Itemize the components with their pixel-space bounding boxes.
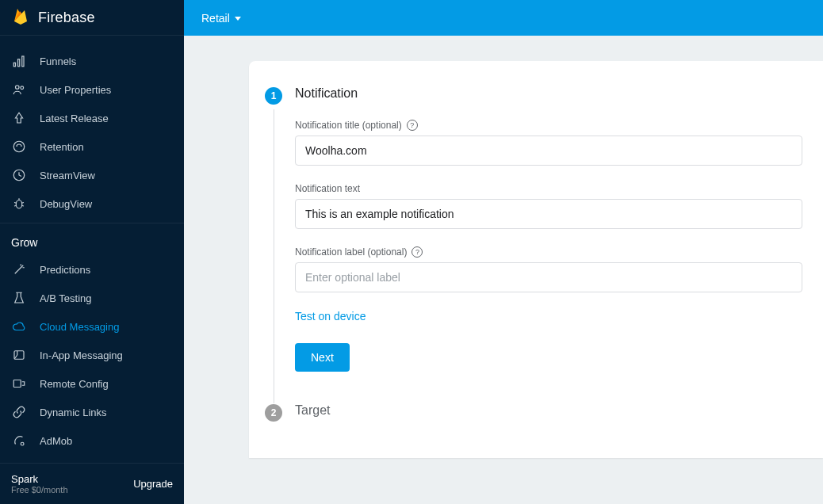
bug-icon [11,196,27,212]
sidebar: Firebase Funnels User Properties Latest … [0,0,184,504]
project-selector[interactable]: Retail [201,12,230,25]
svg-rect-2 [22,56,24,67]
nav-item-cloud-messaging[interactable]: Cloud Messaging [0,312,184,341]
main: Retail 1 Notification [184,0,823,504]
inapp-icon [11,347,27,363]
nav-item-user-properties[interactable]: User Properties [0,75,184,104]
help-icon[interactable]: ? [412,246,423,258]
step-target[interactable]: 2 Target [265,403,823,426]
step-number-1: 1 [265,87,282,105]
input-notification-title[interactable] [295,136,802,166]
upgrade-link[interactable]: Upgrade [133,478,173,490]
svg-point-3 [16,86,20,90]
svg-point-5 [13,141,25,152]
field-title: Notification title (optional) ? [295,120,823,166]
nav-item-retention[interactable]: Retention [0,132,184,161]
test-on-device-link[interactable]: Test on device [295,310,823,323]
nav-item-ab-testing[interactable]: A/B Testing [0,284,184,312]
input-notification-label[interactable] [295,262,802,292]
step-title-target: Target [295,403,823,418]
label-notification-text: Notification text [295,183,360,194]
nav-item-funnels[interactable]: Funnels [0,47,184,75]
step-notification: 1 Notification Notification title (optio… [265,86,823,403]
retention-icon [11,139,27,155]
label-notification-title: Notification title (optional) [295,120,402,131]
label-notification-label: Notification label (optional) [295,246,407,258]
section-title-grow: Grow [0,236,184,255]
field-label: Notification label (optional) ? [295,246,823,292]
link-icon [11,404,27,420]
nav-item-latest-release[interactable]: Latest Release [0,104,184,132]
nav-item-predictions[interactable]: Predictions [0,255,184,284]
brand-name: Firebase [38,10,95,26]
nav-item-dynamic-links[interactable]: Dynamic Links [0,398,184,426]
svg-rect-9 [13,380,21,388]
admob-icon [11,433,27,449]
svg-point-7 [16,200,22,209]
plan-bar: Spark Free $0/month Upgrade [0,463,184,504]
help-icon[interactable]: ? [407,120,418,131]
next-button[interactable]: Next [295,343,350,372]
nav-item-streamview[interactable]: StreamView [0,161,184,189]
section-grow: Grow Predictions A/B Testing Cloud Messa… [0,223,184,458]
step-title-notification: Notification [295,86,823,101]
cloud-icon [11,319,27,334]
release-icon [11,110,27,126]
step-number-2: 2 [265,404,282,422]
svg-rect-1 [18,59,20,67]
funnel-icon [11,53,27,69]
nav-item-remote-config[interactable]: Remote Config [0,369,184,398]
wand-icon [11,262,27,277]
clock-icon [11,167,27,183]
topbar: Retail [184,0,823,36]
firebase-logo-icon [11,6,30,29]
flask-icon [11,290,27,306]
content: 1 Notification Notification title (optio… [184,36,823,504]
brand[interactable]: Firebase [0,0,184,36]
plan-price: Free $0/month [11,485,68,494]
input-notification-text[interactable] [295,199,802,229]
nav: Funnels User Properties Latest Release R… [0,36,184,463]
nav-item-in-app-messaging[interactable]: In-App Messaging [0,341,184,369]
field-text: Notification text [295,183,823,229]
remote-icon [11,376,27,391]
compose-card: 1 Notification Notification title (optio… [249,61,823,458]
chevron-down-icon[interactable] [235,17,241,21]
plan-name: Spark [11,473,68,485]
users-icon [11,82,27,97]
nav-item-debugview[interactable]: DebugView [0,189,184,218]
nav-item-admob[interactable]: AdMob [0,426,184,455]
svg-point-10 [21,442,24,445]
svg-rect-0 [13,63,15,67]
svg-point-4 [21,86,24,90]
